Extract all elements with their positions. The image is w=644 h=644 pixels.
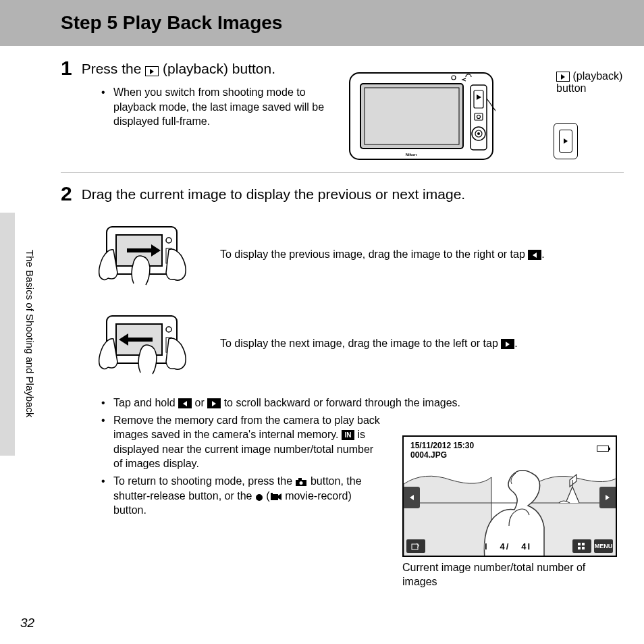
step-2-bullet-3: To return to shooting mode, press the bu…: [101, 474, 385, 518]
drag-left-row: To display the next image, drag the imag…: [88, 306, 624, 381]
step-2-title: Drag the current image to display the pr…: [82, 184, 465, 203]
step-2-bullet-1: Tap and hold or to scroll backward or fo…: [101, 396, 614, 410]
drag-right-row: To display the previous image, drag the …: [88, 217, 624, 292]
step-1-number: 1: [61, 58, 72, 78]
camera-illustration-group: Nikon (playback)button: [347, 70, 617, 167]
screen-edit-button[interactable]: [406, 539, 425, 553]
svg-rect-13: [298, 478, 302, 481]
step-1-bullet: When you switch from shooting mode to pl…: [101, 85, 348, 129]
svg-rect-21: [365, 88, 459, 144]
step-2-bullet-2: Remove the memory card from the camera t…: [101, 413, 385, 471]
left-arrow-icon: [528, 250, 541, 260]
section-label: The Basics of Shooting and Playback: [24, 250, 36, 417]
svg-point-31: [477, 132, 480, 135]
svg-rect-39: [582, 547, 585, 549]
svg-rect-37: [582, 543, 585, 545]
battery-icon: [597, 442, 609, 454]
right-arrow-icon: [207, 398, 221, 408]
left-arrow-icon: [178, 398, 192, 408]
playback-icon: [556, 72, 570, 82]
drag-right-text: To display the previous image, drag the …: [220, 248, 545, 261]
drag-left-text: To display the next image, drag the imag…: [220, 338, 518, 350]
movie-record-icon: [270, 492, 282, 502]
camera-back-diagram: Nikon: [347, 70, 495, 165]
internal-memory-icon: IN: [342, 430, 354, 440]
screen-prev-button[interactable]: [404, 487, 420, 508]
svg-rect-35: [412, 544, 418, 549]
playback-button-callout: [554, 123, 578, 159]
playback-screen-preview: 15/11/2012 15:30 0004.JPG I 4/ 4I MENU C…: [402, 435, 617, 589]
svg-marker-16: [271, 493, 273, 494]
page-title: Step 5 Play Back Images: [0, 0, 644, 46]
record-dot-icon: [255, 493, 263, 502]
screen-datetime: 15/11/2012 15:30: [410, 441, 474, 450]
step-2-number: 2: [61, 184, 72, 204]
screen-thumbnail-button[interactable]: [572, 539, 591, 553]
svg-rect-36: [578, 543, 581, 545]
svg-text:Nikon: Nikon: [406, 153, 417, 157]
sidebar-tab: [0, 213, 15, 456]
step-1-title: Press the (playback) button.: [82, 58, 275, 77]
svg-point-15: [256, 494, 263, 501]
right-arrow-icon: [501, 339, 514, 349]
playback-triangle-icon: [564, 138, 568, 144]
playback-icon: [145, 66, 159, 76]
page-number: 32: [20, 616, 34, 630]
svg-rect-17: [271, 494, 278, 500]
svg-rect-38: [578, 547, 581, 549]
drag-left-illustration: [88, 306, 196, 381]
screen-caption: Current image number/total number of ima…: [402, 561, 617, 589]
svg-marker-18: [278, 493, 281, 500]
screen-filename: 0004.JPG: [410, 450, 447, 460]
svg-point-14: [300, 481, 303, 485]
screen-menu-button[interactable]: MENU: [594, 539, 613, 553]
camera-icon: [295, 477, 307, 487]
playback-button-label: (playback)button: [556, 70, 624, 95]
drag-right-illustration: [88, 217, 196, 292]
screen-next-button[interactable]: [599, 487, 616, 508]
screen-counter: I 4/ 4I: [485, 541, 531, 552]
